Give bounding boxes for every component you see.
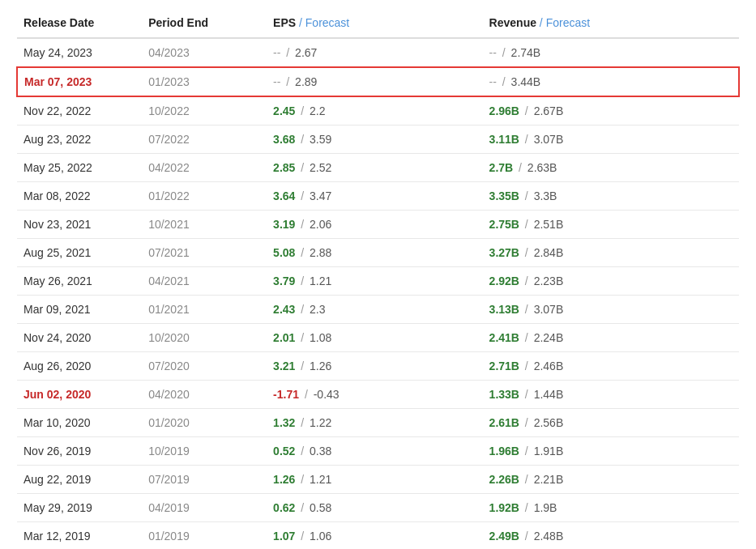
cell-eps: 3.64 / 3.47 (267, 182, 483, 211)
table-row: Aug 26, 202007/20203.21 / 1.262.71B / 2.… (17, 352, 739, 381)
cell-eps: -- / 2.67 (267, 38, 483, 67)
cell-eps: 0.62 / 0.58 (267, 494, 483, 522)
table-row: Nov 24, 202010/20202.01 / 1.082.41B / 2.… (17, 324, 739, 352)
cell-period-end: 01/2021 (142, 296, 267, 324)
cell-period-end: 07/2019 (142, 466, 267, 494)
cell-eps: 2.01 / 1.08 (267, 324, 483, 352)
cell-period-end: 10/2019 (142, 437, 267, 466)
table-row: Mar 07, 202301/2023-- / 2.89-- / 3.44B (17, 67, 739, 96)
table-row: Mar 10, 202001/20201.32 / 1.222.61B / 2.… (17, 409, 739, 437)
cell-period-end: 10/2020 (142, 324, 267, 352)
cell-eps: 1.26 / 1.21 (267, 466, 483, 494)
table-row: May 25, 202204/20222.85 / 2.522.7B / 2.6… (17, 154, 739, 182)
cell-revenue: 2.71B / 2.46B (483, 352, 739, 381)
cell-release-date: Mar 09, 2021 (17, 296, 142, 324)
cell-eps: 5.08 / 2.88 (267, 239, 483, 267)
cell-release-date: May 25, 2022 (17, 154, 142, 182)
earnings-table: Release Date Period End EPS / Forecast R… (16, 8, 740, 549)
cell-release-date: Nov 24, 2020 (17, 324, 142, 352)
cell-eps: -1.71 / -0.43 (267, 381, 483, 409)
cell-revenue: 3.11B / 3.07B (483, 126, 739, 154)
cell-revenue: 2.49B / 2.48B (483, 522, 739, 550)
cell-revenue: 2.7B / 2.63B (483, 154, 739, 182)
cell-revenue: 2.26B / 2.21B (483, 466, 739, 494)
header-period-end: Period End (142, 8, 267, 38)
header-eps: EPS / Forecast (267, 8, 483, 38)
table-row: Mar 09, 202101/20212.43 / 2.33.13B / 3.0… (17, 296, 739, 324)
cell-eps: 3.79 / 1.21 (267, 267, 483, 296)
cell-revenue: -- / 3.44B (483, 67, 739, 96)
cell-period-end: 04/2022 (142, 154, 267, 182)
cell-period-end: 04/2021 (142, 267, 267, 296)
cell-release-date: May 29, 2019 (17, 494, 142, 522)
cell-release-date: Aug 26, 2020 (17, 352, 142, 381)
cell-period-end: 04/2019 (142, 494, 267, 522)
cell-release-date: Nov 26, 2019 (17, 437, 142, 466)
cell-period-end: 01/2019 (142, 522, 267, 550)
cell-eps: 3.21 / 1.26 (267, 352, 483, 381)
cell-release-date: Jun 02, 2020 (17, 381, 142, 409)
header-release-date: Release Date (17, 8, 142, 38)
cell-eps: 0.52 / 0.38 (267, 437, 483, 466)
cell-period-end: 01/2023 (142, 67, 267, 96)
cell-eps: 2.85 / 2.52 (267, 154, 483, 182)
table-row: Nov 23, 202110/20213.19 / 2.062.75B / 2.… (17, 211, 739, 239)
cell-release-date: Nov 23, 2021 (17, 211, 142, 239)
cell-eps: 1.07 / 1.06 (267, 522, 483, 550)
table-row: Aug 22, 201907/20191.26 / 1.212.26B / 2.… (17, 466, 739, 494)
table-row: May 24, 202304/2023-- / 2.67-- / 2.74B (17, 38, 739, 67)
cell-release-date: Mar 07, 2023 (17, 67, 142, 96)
table-row: Mar 12, 201901/20191.07 / 1.062.49B / 2.… (17, 522, 739, 550)
cell-release-date: May 24, 2023 (17, 38, 142, 67)
cell-release-date: Mar 12, 2019 (17, 522, 142, 550)
cell-revenue: 2.96B / 2.67B (483, 96, 739, 126)
cell-eps: 1.32 / 1.22 (267, 409, 483, 437)
cell-release-date: Aug 25, 2021 (17, 239, 142, 267)
cell-release-date: Nov 22, 2022 (17, 96, 142, 126)
cell-release-date: Aug 22, 2019 (17, 466, 142, 494)
cell-period-end: 07/2020 (142, 352, 267, 381)
cell-revenue: 3.27B / 2.84B (483, 239, 739, 267)
cell-revenue: 2.61B / 2.56B (483, 409, 739, 437)
cell-revenue: -- / 2.74B (483, 38, 739, 67)
table-row: Aug 23, 202207/20223.68 / 3.593.11B / 3.… (17, 126, 739, 154)
cell-eps: 2.45 / 2.2 (267, 96, 483, 126)
cell-revenue: 2.75B / 2.51B (483, 211, 739, 239)
table-header-row: Release Date Period End EPS / Forecast R… (17, 8, 739, 38)
cell-eps: 2.43 / 2.3 (267, 296, 483, 324)
earnings-table-container: Release Date Period End EPS / Forecast R… (0, 0, 756, 549)
table-row: Mar 08, 202201/20223.64 / 3.473.35B / 3.… (17, 182, 739, 211)
cell-release-date: May 26, 2021 (17, 267, 142, 296)
cell-period-end: 04/2020 (142, 381, 267, 409)
cell-revenue: 3.13B / 3.07B (483, 296, 739, 324)
cell-revenue: 3.35B / 3.3B (483, 182, 739, 211)
cell-period-end: 01/2022 (142, 182, 267, 211)
cell-revenue: 2.92B / 2.23B (483, 267, 739, 296)
table-row: Nov 26, 201910/20190.52 / 0.381.96B / 1.… (17, 437, 739, 466)
cell-revenue: 1.33B / 1.44B (483, 381, 739, 409)
cell-revenue: 1.92B / 1.9B (483, 494, 739, 522)
cell-release-date: Mar 10, 2020 (17, 409, 142, 437)
table-row: Aug 25, 202107/20215.08 / 2.883.27B / 2.… (17, 239, 739, 267)
header-revenue: Revenue / Forecast (483, 8, 739, 38)
cell-release-date: Mar 08, 2022 (17, 182, 142, 211)
table-row: May 26, 202104/20213.79 / 1.212.92B / 2.… (17, 267, 739, 296)
table-row: May 29, 201904/20190.62 / 0.581.92B / 1.… (17, 494, 739, 522)
cell-revenue: 1.96B / 1.91B (483, 437, 739, 466)
cell-period-end: 10/2021 (142, 211, 267, 239)
table-row: Nov 22, 202210/20222.45 / 2.22.96B / 2.6… (17, 96, 739, 126)
cell-revenue: 2.41B / 2.24B (483, 324, 739, 352)
table-row: Jun 02, 202004/2020-1.71 / -0.431.33B / … (17, 381, 739, 409)
cell-period-end: 10/2022 (142, 96, 267, 126)
cell-release-date: Aug 23, 2022 (17, 126, 142, 154)
cell-eps: -- / 2.89 (267, 67, 483, 96)
cell-period-end: 07/2021 (142, 239, 267, 267)
cell-period-end: 01/2020 (142, 409, 267, 437)
cell-eps: 3.19 / 2.06 (267, 211, 483, 239)
cell-eps: 3.68 / 3.59 (267, 126, 483, 154)
cell-period-end: 07/2022 (142, 126, 267, 154)
cell-period-end: 04/2023 (142, 38, 267, 67)
